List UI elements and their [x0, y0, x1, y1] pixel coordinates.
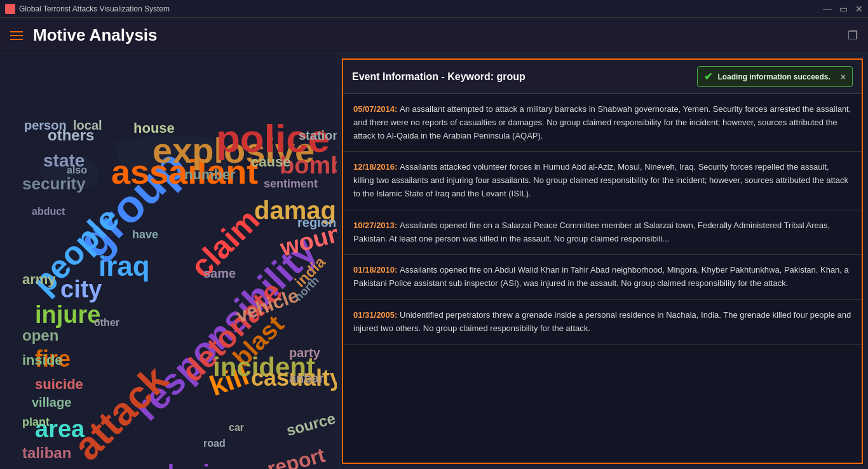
word-car[interactable]: car: [229, 422, 244, 433]
word-cloud: groupresponsibilityattackassailantexplos…: [0, 53, 337, 469]
word-station[interactable]: station: [299, 128, 337, 143]
maximize-button[interactable]: ▭: [839, 4, 848, 14]
event-date-5: 01/31/2005:: [353, 310, 400, 320]
event-panel: Event Information - Keyword: group ✔ Loa…: [342, 58, 863, 464]
word-house[interactable]: house: [133, 120, 175, 137]
event-date-3: 10/27/2013:: [353, 221, 400, 230]
event-item-2[interactable]: 12/18/2016: Assailants attacked voluntee…: [343, 152, 862, 210]
word-injure[interactable]: injure: [35, 301, 100, 329]
page-title: Motive Analysis: [33, 25, 158, 45]
app-icon: [5, 4, 15, 14]
wordcloud-panel: groupresponsibilityattackassailantexplos…: [0, 53, 337, 469]
word-local[interactable]: local: [73, 118, 102, 133]
event-header: Event Information - Keyword: group ✔ Loa…: [343, 60, 862, 94]
word-number[interactable]: number: [184, 167, 236, 183]
word-inside[interactable]: inside: [22, 352, 63, 369]
word-road[interactable]: road: [203, 438, 226, 449]
check-icon: ✔: [704, 71, 712, 83]
word-taliban[interactable]: taliban: [22, 444, 71, 462]
right-panel: Svalbard Russia Sweden Arctic an Canada …: [337, 53, 868, 469]
event-item-4[interactable]: 01/18/2010: Assailants opened fire on Ab…: [343, 255, 862, 300]
word-cause[interactable]: cause: [251, 154, 290, 170]
word-region[interactable]: region: [297, 215, 336, 230]
notification-close-button[interactable]: ×: [841, 72, 846, 82]
app-header: Motive Analysis ❐: [0, 18, 868, 53]
word-however[interactable]: however: [62, 463, 142, 469]
notification-message: Loading information succeeds.: [717, 72, 830, 81]
menu-button[interactable]: [10, 31, 23, 40]
event-item-3[interactable]: 10/27/2013: Assailants opened fire on a …: [343, 210, 862, 255]
event-date-1: 05/07/2014:: [353, 104, 400, 114]
word-report[interactable]: report: [265, 444, 328, 469]
event-item-1[interactable]: 05/07/2014: An assailant attempted to at…: [343, 94, 862, 152]
word-other[interactable]: other: [94, 317, 119, 329]
window-title: Global Terrorist Attacks Visualization S…: [19, 4, 170, 13]
word-source[interactable]: source: [285, 409, 337, 439]
word-person[interactable]: person: [24, 118, 67, 133]
minimize-button[interactable]: —: [823, 4, 832, 14]
word-same[interactable]: same: [203, 266, 236, 281]
event-list: 05/07/2014: An assailant attempted to at…: [343, 94, 862, 463]
word-sentiment[interactable]: sentiment: [264, 177, 318, 191]
word-iraq[interactable]: iraq: [98, 250, 150, 282]
event-panel-title: Event Information - Keyword: group: [352, 71, 526, 83]
main-content: groupresponsibilityattackassailantexplos…: [0, 53, 868, 469]
word-abduct[interactable]: abduct: [32, 206, 65, 217]
word-anbar[interactable]: anbar: [289, 371, 323, 386]
word-village[interactable]: village: [32, 395, 71, 410]
event-date-4: 01/18/2010:: [353, 265, 400, 275]
close-button[interactable]: ✕: [855, 4, 863, 14]
word-open[interactable]: open: [22, 327, 58, 344]
word-device[interactable]: device: [159, 460, 238, 469]
word-also[interactable]: also: [67, 165, 87, 176]
word-district[interactable]: district: [232, 466, 304, 469]
word-suicide[interactable]: suicide: [35, 376, 83, 393]
word-plant[interactable]: plant: [22, 416, 50, 429]
event-item-5[interactable]: 01/31/2005: Unidentified perpetrators th…: [343, 300, 862, 345]
word-security[interactable]: security: [22, 174, 86, 194]
title-bar: Global Terrorist Attacks Visualization S…: [0, 0, 868, 18]
success-notification: ✔ Loading information succeeds. ×: [697, 66, 853, 87]
expand-icon[interactable]: ❐: [848, 29, 858, 43]
event-date-2: 12/18/2016:: [353, 162, 400, 172]
word-have[interactable]: have: [132, 228, 158, 241]
word-party[interactable]: party: [289, 346, 320, 360]
word-city[interactable]: city: [60, 276, 102, 303]
window-controls[interactable]: — ▭ ✕: [823, 4, 863, 14]
word-army[interactable]: army: [22, 271, 56, 288]
